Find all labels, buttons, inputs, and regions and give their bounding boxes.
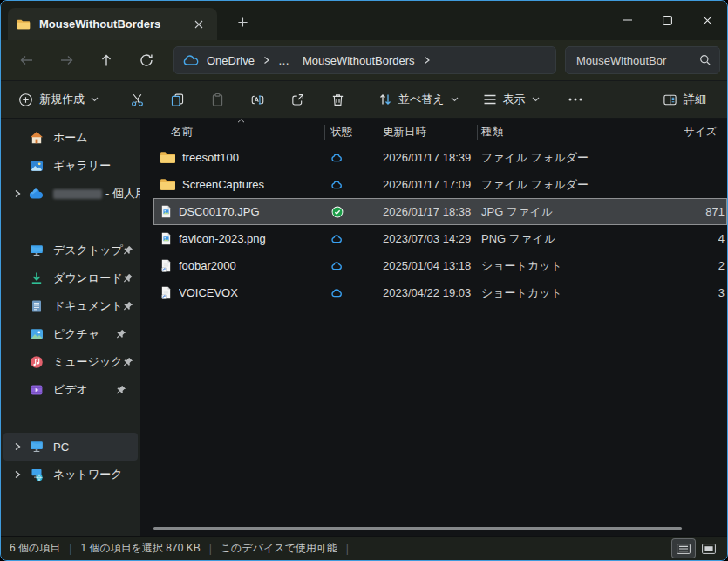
plus-circle-icon	[18, 92, 33, 107]
tab-bar: MouseWithoutBorders	[1, 1, 727, 40]
large-icons-view-toggle[interactable]	[697, 539, 720, 558]
date-modified: 2026/01/17 18:38	[378, 205, 478, 218]
sidebar-item-home[interactable]: ホーム	[3, 124, 138, 152]
chevron-right-icon[interactable]	[423, 56, 431, 65]
tab-close-icon[interactable]	[189, 15, 208, 34]
file-kind: JPG ファイル	[478, 204, 677, 220]
onedrive-cloud-icon	[183, 55, 199, 65]
synced-check-status-icon	[331, 206, 344, 218]
availability-status: このデバイスで使用可能	[221, 541, 337, 556]
shortcut-icon	[160, 259, 173, 272]
close-button[interactable]	[687, 1, 727, 39]
search-box[interactable]	[565, 46, 720, 74]
sidebar-separator	[1, 208, 140, 236]
pin-icon[interactable]	[123, 245, 133, 256]
file-row[interactable]: VOICEVOX 2023/04/22 19:03 ショートカット 3	[153, 279, 727, 306]
search-icon[interactable]	[699, 54, 711, 66]
chevron-down-icon	[532, 97, 540, 102]
shortcut-icon	[160, 286, 173, 299]
sidebar-item-videos[interactable]: ビデオ	[3, 376, 138, 404]
column-header-name[interactable]: 名前	[153, 120, 325, 144]
chevron-right-icon[interactable]	[7, 470, 28, 479]
desktop-icon	[28, 243, 45, 257]
sidebar-item-music[interactable]: ミュージック	[3, 348, 138, 376]
gallery-icon	[28, 159, 45, 173]
date-modified: 2026/01/17 17:09	[378, 178, 478, 191]
pin-icon[interactable]	[123, 357, 133, 367]
minimize-button[interactable]	[607, 1, 647, 39]
folder-icon	[160, 178, 176, 191]
sidebar-item-pictures[interactable]: ピクチャ	[3, 320, 138, 348]
details-view-toggle[interactable]	[672, 539, 695, 558]
delete-button[interactable]	[317, 84, 357, 115]
address-bar[interactable]: OneDrive … MouseWithoutBorders	[173, 46, 556, 74]
sidebar-item-gallery[interactable]: ギャラリー	[3, 152, 138, 180]
pin-icon[interactable]	[123, 301, 133, 311]
file-size: 2	[677, 259, 727, 272]
breadcrumb-onedrive[interactable]: OneDrive	[207, 54, 255, 67]
cloud-status-icon	[331, 289, 344, 298]
tab-title: MouseWithoutBorders	[39, 17, 180, 31]
details-pane-button[interactable]: 詳細	[654, 84, 715, 115]
status-bar: 6 個の項目 | 1 個の項目を選択 870 KB | このデバイスで使用可能 …	[1, 536, 727, 560]
new-tab-button[interactable]	[229, 9, 255, 35]
sort-button[interactable]: 並べ替え	[370, 84, 467, 115]
details-panel-icon	[663, 92, 677, 107]
view-button[interactable]: 表示	[474, 84, 548, 115]
pin-icon[interactable]	[123, 273, 133, 284]
sidebar-item-pc[interactable]: PC	[3, 433, 138, 461]
file-row-selected[interactable]: DSC00170.JPG 2026/01/17 18:38 JPG ファイル 8…	[153, 198, 727, 225]
back-button[interactable]	[6, 44, 46, 76]
chevron-down-icon	[451, 97, 459, 102]
item-count: 6 個の項目	[10, 541, 60, 556]
breadcrumb-ellipsis[interactable]: …	[278, 54, 289, 67]
file-name: VOICEVOX	[179, 286, 238, 299]
forward-button[interactable]	[46, 44, 86, 76]
tab-mousewithoutborders[interactable]: MouseWithoutBorders	[8, 8, 217, 40]
pc-icon	[28, 440, 45, 454]
maximize-button[interactable]	[647, 1, 687, 39]
column-header-modified[interactable]: 更新日時	[378, 120, 478, 144]
sidebar-item-onedrive-personal[interactable]: - 個人用	[3, 180, 138, 208]
file-row[interactable]: ScreenCaptures 2026/01/17 17:09 ファイル フォル…	[153, 171, 727, 198]
column-header-size[interactable]: サイズ	[677, 120, 727, 144]
sidebar-item-network[interactable]: ネットワーク	[3, 461, 138, 489]
sidebar-item-desktop[interactable]: デスクトップ	[3, 236, 138, 264]
chevron-right-icon[interactable]	[7, 189, 28, 198]
cut-button[interactable]	[117, 84, 157, 115]
image-file-icon	[160, 232, 173, 245]
paste-button[interactable]	[197, 84, 237, 115]
file-kind: ショートカット	[478, 285, 677, 301]
main-area: ホーム ギャラリー - 個人用	[1, 119, 727, 536]
column-headers: 名前 状態 更新日時 種類 サイズ	[153, 120, 727, 144]
horizontal-scrollbar[interactable]	[153, 527, 682, 530]
up-button[interactable]	[86, 44, 126, 76]
pin-icon[interactable]	[116, 329, 126, 339]
rename-button[interactable]	[237, 84, 277, 115]
chevron-down-icon	[91, 97, 99, 102]
column-header-kind[interactable]: 種類	[478, 120, 677, 144]
cloud-status-icon	[331, 262, 344, 270]
share-button[interactable]	[277, 84, 317, 115]
onedrive-cloud-icon	[28, 188, 45, 199]
sidebar-item-documents[interactable]: ドキュメント	[3, 292, 138, 320]
redacted-account-name	[53, 189, 102, 199]
copy-button[interactable]	[157, 84, 197, 115]
breadcrumb-current-folder[interactable]: MouseWithoutBorders	[303, 54, 415, 67]
refresh-button[interactable]	[126, 44, 167, 76]
cloud-status-icon	[331, 181, 344, 189]
search-input[interactable]	[576, 54, 699, 67]
pin-icon[interactable]	[116, 385, 126, 395]
list-lines-icon	[483, 93, 497, 106]
file-row[interactable]: freesoft100 2026/01/17 18:39 ファイル フォルダー	[153, 144, 727, 171]
chevron-right-icon[interactable]	[7, 442, 28, 451]
chevron-right-icon[interactable]	[262, 56, 270, 65]
file-row[interactable]: favicon-2023.png 2023/07/03 14:29 PNG ファ…	[153, 225, 727, 252]
column-header-status[interactable]: 状態	[325, 120, 378, 144]
downloads-icon	[28, 271, 45, 285]
file-row[interactable]: foobar2000 2025/01/04 13:18 ショートカット 2	[153, 252, 727, 279]
sidebar-item-downloads[interactable]: ダウンロード	[3, 264, 138, 292]
more-options-button[interactable]	[555, 84, 595, 115]
new-button[interactable]: 新規作成	[10, 84, 107, 115]
music-icon	[28, 355, 45, 369]
